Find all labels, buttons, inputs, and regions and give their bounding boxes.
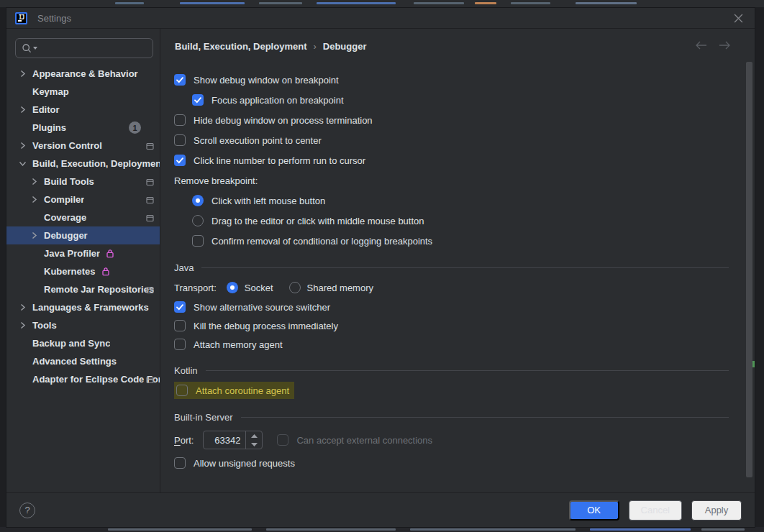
- external-settings-icon: [146, 214, 154, 224]
- vertical-scrollbar[interactable]: [746, 62, 752, 477]
- settings-sidebar: Appearance & BehaviorKeymapEditorPlugins…: [6, 29, 160, 492]
- history-back-icon[interactable]: [696, 40, 707, 52]
- checkbox-allow-unsigned-requests[interactable]: Allow unsigned requests: [174, 453, 729, 473]
- port-increment-icon[interactable]: [246, 431, 262, 440]
- sidebar-item-label: Compiler: [44, 194, 84, 205]
- port-input[interactable]: [204, 431, 245, 449]
- sidebar-item-label: Appearance & Behavior: [32, 68, 138, 79]
- sidebar-item-coverage[interactable]: Coverage: [6, 208, 160, 226]
- port-decrement-icon[interactable]: [246, 440, 262, 449]
- sidebar-item-label: Build Tools: [44, 176, 94, 187]
- checkbox-focus-application-on-breakpoint[interactable]: Focus application on breakpoint: [174, 90, 729, 110]
- checkbox-label: Attach memory agent: [194, 339, 283, 350]
- unchecked-checkbox-icon: [174, 457, 186, 469]
- checkbox-scroll-execution-point-to-center[interactable]: Scroll execution point to center: [174, 130, 729, 150]
- sidebar-item-backup-and-sync[interactable]: Backup and Sync: [6, 334, 160, 352]
- checked-checkbox-icon: [174, 301, 186, 313]
- port-row: Port:Can accept external connections: [174, 427, 729, 453]
- sidebar-item-build-tools[interactable]: Build Tools: [6, 173, 160, 191]
- sidebar-item-kubernetes[interactable]: Kubernetes: [6, 262, 160, 280]
- sidebar-item-appearance-behavior[interactable]: Appearance & Behavior: [6, 65, 160, 83]
- chevron-right-icon: [17, 321, 28, 329]
- lock-icon: [101, 267, 110, 276]
- radio-click-with-left-mouse-button[interactable]: Click with left mouse button: [174, 191, 729, 211]
- checkbox-hide-debug-window-on-process-termination[interactable]: Hide debug window on process termination: [174, 110, 729, 130]
- sidebar-item-build-execution-deployment[interactable]: Build, Execution, Deployment: [6, 155, 160, 173]
- breadcrumb-parent[interactable]: Build, Execution, Deployment: [175, 41, 306, 52]
- checkbox-label: Hide debug window on process termination: [194, 115, 373, 126]
- search-highlight: Attach coroutine agent: [174, 382, 294, 399]
- checkbox-kill-the-debug-process-immediately[interactable]: Kill the debug process immediately: [174, 316, 729, 335]
- cancel-button[interactable]: Cancel: [629, 500, 682, 520]
- checked-checkbox-icon: [174, 74, 186, 86]
- checkbox-show-debug-window-on-breakpoint[interactable]: Show debug window on breakpoint: [174, 70, 729, 90]
- close-icon[interactable]: [730, 10, 746, 26]
- sidebar-item-keymap[interactable]: Keymap: [6, 83, 160, 101]
- radio-drag-to-editor-or-middle-click[interactable]: Drag to the editor or click with middle …: [174, 211, 729, 231]
- section-java: Java: [174, 257, 729, 278]
- sidebar-item-editor[interactable]: Editor: [6, 101, 160, 119]
- spinner-buttons: [245, 431, 262, 449]
- sidebar-item-compiler[interactable]: Compiler: [6, 191, 160, 208]
- sidebar-item-label: Advanced Settings: [32, 356, 117, 367]
- radio-option-shared-memory[interactable]: Shared memory: [289, 282, 373, 293]
- content-header: Build, Execution, Deployment › Debugger: [160, 29, 755, 63]
- external-settings-icon: [146, 285, 154, 296]
- chevron-right-icon: [17, 142, 28, 150]
- sidebar-item-label: Build, Execution, Deployment: [32, 158, 160, 169]
- background-ide-top: [0, 0, 764, 7]
- checkbox-label: Show debug window on breakpoint: [194, 75, 339, 86]
- checked-checkbox-icon: [174, 155, 186, 166]
- sidebar-item-advanced-settings[interactable]: Advanced Settings: [6, 352, 160, 370]
- sidebar-item-java-profiler[interactable]: Java Profiler: [6, 244, 160, 262]
- chevron-right-icon: [17, 106, 28, 114]
- checkbox-attach-memory-agent[interactable]: Attach memory agent: [174, 335, 729, 354]
- sidebar-item-label: Java Profiler: [44, 248, 100, 259]
- checkbox-label: Scroll execution point to center: [194, 135, 322, 146]
- history-forward-icon[interactable]: [719, 40, 730, 52]
- external-settings-icon: [146, 142, 154, 152]
- sidebar-item-label: Languages & Frameworks: [32, 302, 149, 313]
- apply-button[interactable]: Apply: [691, 500, 742, 520]
- group-label: Remove breakpoint:: [174, 175, 258, 186]
- sidebar-item-label: Coverage: [44, 212, 86, 223]
- settings-search-box[interactable]: [15, 38, 153, 58]
- external-settings-icon: [146, 196, 154, 206]
- sidebar-item-label: Backup and Sync: [32, 338, 110, 349]
- ok-button[interactable]: OK: [569, 500, 619, 520]
- section-title: Built-in Server: [174, 412, 233, 423]
- settings-options-panel: Show debug window on breakpointFocus app…: [160, 63, 755, 492]
- checked-checkbox-icon: [192, 94, 204, 106]
- sidebar-item-debugger[interactable]: Debugger: [6, 226, 160, 244]
- settings-search-input[interactable]: [40, 43, 147, 54]
- checkbox-show-alternative-source-switcher[interactable]: Show alternative source switcher: [174, 298, 729, 316]
- help-icon[interactable]: ?: [19, 503, 35, 518]
- radio-label: Drag to the editor or click with middle …: [212, 216, 424, 226]
- sidebar-item-plugins[interactable]: Plugins1: [6, 119, 160, 137]
- checkbox-label: Can accept external connections: [296, 435, 432, 446]
- unchecked-checkbox-icon: [174, 320, 186, 331]
- section-kotlin: Kotlin: [174, 360, 729, 380]
- checkbox-can-accept-external-connections[interactable]: Can accept external connections: [277, 434, 432, 446]
- radio-group-transport: Transport:SocketShared memory: [174, 278, 729, 298]
- sidebar-item-remote-jar-repositories[interactable]: Remote Jar Repositories: [6, 280, 160, 298]
- sidebar-item-adapter-for-eclipse-code[interactable]: Adapter for Eclipse Code Formatter: [6, 370, 160, 388]
- sidebar-item-label: Debugger: [44, 230, 88, 241]
- radio-option-socket[interactable]: Socket: [227, 282, 273, 293]
- help-glyph: ?: [24, 505, 29, 515]
- checkbox-attach-coroutine-agent[interactable]: Attach coroutine agent: [174, 380, 729, 400]
- sidebar-item-tools[interactable]: Tools: [6, 316, 160, 334]
- chevron-down-icon: [17, 160, 28, 168]
- unchecked-checkbox-icon: [174, 339, 186, 350]
- checkbox-click-line-number-to-perform-run-to-cursor[interactable]: Click line number to perform run to curs…: [174, 150, 729, 170]
- lock-icon: [106, 249, 114, 258]
- sidebar-item-version-control[interactable]: Version Control: [6, 137, 160, 155]
- checkbox-confirm-removal-of-breakpoints[interactable]: Confirm removal of conditional or loggin…: [174, 231, 729, 251]
- checkbox-label: Confirm removal of conditional or loggin…: [212, 236, 432, 247]
- sidebar-item-languages-frameworks[interactable]: Languages & Frameworks: [6, 298, 160, 316]
- checkbox-label: Attach coroutine agent: [196, 385, 289, 396]
- unchecked-checkbox-icon: [192, 235, 204, 247]
- chevron-right-icon: [28, 178, 40, 185]
- search-match-stripe-mark: [752, 361, 755, 367]
- settings-content: Build, Execution, Deployment › Debugger …: [160, 29, 755, 492]
